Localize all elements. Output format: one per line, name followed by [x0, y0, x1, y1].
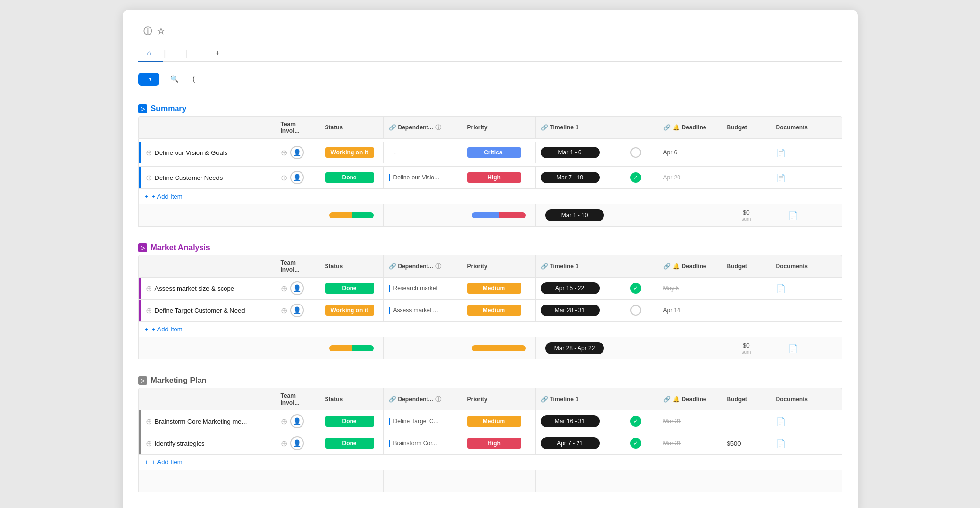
add-sub-item-icon[interactable]: ⊕: [146, 284, 152, 293]
check-circle[interactable]: ✓: [630, 172, 641, 183]
summary-budget: $0sum: [742, 209, 751, 222]
check-circle[interactable]: ✓: [630, 416, 641, 427]
status-cell[interactable]: Working on it: [320, 300, 384, 321]
priority-cell[interactable]: Medium: [462, 278, 536, 299]
deadline-cell[interactable]: Apr 14: [658, 300, 722, 321]
check-cell[interactable]: ✓: [614, 410, 658, 432]
add-team-icon[interactable]: ⊕: [281, 306, 287, 315]
add-sub-item-icon[interactable]: ⊕: [146, 148, 152, 157]
budget-cell[interactable]: $500: [722, 432, 771, 454]
timeline-badge: Mar 7 - 10: [541, 172, 600, 183]
budget-cell[interactable]: [722, 167, 771, 188]
check-circle[interactable]: [630, 147, 641, 158]
add-team-icon[interactable]: ⊕: [281, 417, 287, 426]
team-cell[interactable]: ⊕ 👤: [276, 142, 320, 163]
docs-cell[interactable]: 📄: [771, 278, 815, 299]
sum-deadline: [658, 470, 722, 492]
add-team-icon[interactable]: ⊕: [281, 148, 287, 157]
col-task: [139, 117, 276, 138]
check-circle[interactable]: [630, 305, 641, 316]
search-button[interactable]: 🔍: [165, 72, 186, 86]
docs-cell[interactable]: [771, 300, 815, 321]
timeline-cell[interactable]: Mar 16 - 31: [536, 410, 614, 432]
add-item-row[interactable]: + + Add Item: [138, 455, 842, 470]
sum-team: [276, 337, 320, 359]
check-circle[interactable]: ✓: [630, 438, 641, 449]
check-cell[interactable]: ✓: [614, 167, 658, 188]
status-cell[interactable]: Done: [320, 278, 384, 299]
deadline-cell[interactable]: Apr 20: [658, 167, 722, 188]
timeline-cell[interactable]: Mar 7 - 10: [536, 167, 614, 188]
status-cell[interactable]: Working on it: [320, 142, 384, 163]
docs-cell[interactable]: 📄: [771, 410, 815, 432]
info-icon[interactable]: ⓘ: [143, 25, 152, 37]
team-cell[interactable]: ⊕ 👤: [276, 167, 320, 188]
priority-cell[interactable]: Critical: [462, 142, 536, 163]
budget-cell[interactable]: [722, 300, 771, 321]
budget-cell[interactable]: [722, 410, 771, 432]
col-timeline: 🔗 Timeline 1: [536, 255, 614, 277]
docs-cell[interactable]: 📄: [771, 142, 815, 163]
priority-cell[interactable]: Medium: [462, 410, 536, 432]
dependency-wrapper[interactable]: Brainstorm Cor...: [384, 432, 462, 454]
section-header-marketing-plan[interactable]: ▷ Marketing Plan: [138, 371, 842, 388]
timeline-cell[interactable]: Mar 1 - 6: [536, 142, 614, 163]
task-cell: ⊕ Define Target Customer & Need: [139, 300, 276, 321]
add-item-row[interactable]: + + Add Item: [138, 189, 842, 204]
status-cell[interactable]: Done: [320, 167, 384, 188]
team-cell[interactable]: ⊕ 👤: [276, 300, 320, 321]
docs-cell[interactable]: 📄: [771, 167, 815, 188]
timeline-cell[interactable]: Apr 15 - 22: [536, 278, 614, 299]
section-header-market-analysis[interactable]: ▷ Market Analysis: [138, 238, 842, 255]
priority-cell[interactable]: High: [462, 167, 536, 188]
team-cell[interactable]: ⊕ 👤: [276, 432, 320, 454]
team-cell[interactable]: ⊕ 👤: [276, 410, 320, 432]
dependency-wrapper[interactable]: Research market: [384, 278, 462, 299]
add-team-icon[interactable]: ⊕: [281, 173, 287, 182]
add-item-row[interactable]: + + Add Item: [138, 322, 842, 337]
add-team-icon[interactable]: ⊕: [281, 439, 287, 448]
tab-files[interactable]: [189, 49, 206, 58]
add-item-label: + Add Item: [152, 193, 183, 200]
deadline-text: Mar 31: [663, 418, 681, 425]
add-sub-item-icon[interactable]: ⊕: [146, 173, 152, 182]
check-cell[interactable]: [614, 142, 658, 163]
priority-cell[interactable]: High: [462, 432, 536, 454]
add-sub-item-icon[interactable]: ⊕: [146, 439, 152, 448]
star-icon[interactable]: ☆: [157, 26, 165, 37]
priority-cell[interactable]: Medium: [462, 300, 536, 321]
tab-gantt[interactable]: [167, 49, 185, 58]
tab-main-table[interactable]: ⌂: [138, 45, 163, 62]
deadline-cell[interactable]: Mar 31: [658, 432, 722, 454]
section-header-summary[interactable]: ▷ Summary: [138, 100, 842, 116]
dependency-wrapper[interactable]: Define our Visio...: [384, 167, 462, 188]
sum-budget: $0sum: [722, 337, 771, 359]
timeline-link-icon: 🔗: [541, 263, 548, 270]
budget-cell[interactable]: [722, 278, 771, 299]
check-cell[interactable]: ✓: [614, 278, 658, 299]
add-team-icon[interactable]: ⊕: [281, 284, 287, 293]
timeline-link-icon: 🔗: [541, 124, 548, 131]
dependency-wrapper[interactable]: -: [384, 139, 462, 166]
add-sub-item-icon[interactable]: ⊕: [146, 306, 152, 315]
timeline-cell[interactable]: Mar 28 - 31: [536, 300, 614, 321]
deadline-cell[interactable]: Mar 31: [658, 410, 722, 432]
budget-cell[interactable]: [722, 142, 771, 163]
deadline-cell[interactable]: May 5: [658, 278, 722, 299]
dependency-wrapper[interactable]: Assess market ...: [384, 300, 462, 321]
timeline-cell[interactable]: Apr 7 - 21: [536, 432, 614, 454]
status-cell[interactable]: Done: [320, 410, 384, 432]
add-sub-item-icon[interactable]: ⊕: [146, 417, 152, 426]
sum-priority: [462, 470, 536, 492]
dependency-wrapper[interactable]: Define Target C...: [384, 410, 462, 432]
tab-add[interactable]: +: [206, 45, 228, 62]
new-item-button[interactable]: ▼: [138, 73, 160, 86]
team-cell[interactable]: ⊕ 👤: [276, 278, 320, 299]
filter-icon[interactable]: (: [192, 75, 195, 83]
docs-cell[interactable]: 📄: [771, 432, 815, 454]
check-circle[interactable]: ✓: [630, 283, 641, 294]
status-cell[interactable]: Done: [320, 432, 384, 454]
check-cell[interactable]: [614, 300, 658, 321]
check-cell[interactable]: ✓: [614, 432, 658, 454]
deadline-cell[interactable]: Apr 6: [658, 142, 722, 163]
